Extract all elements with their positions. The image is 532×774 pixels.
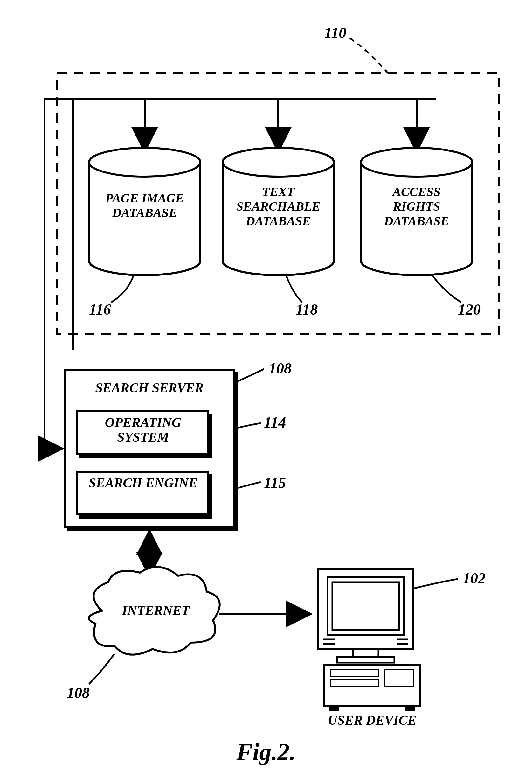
ref-110: 110 — [324, 24, 346, 41]
ref-120: 120 — [458, 300, 481, 318]
internet-label: INTERNET — [114, 603, 197, 618]
user-device-label: USER DEVICE — [318, 713, 426, 728]
db-page-image-label: PAGE IMAGE DATABASE — [95, 191, 194, 220]
search-server-title: SEARCH SERVER — [73, 380, 226, 396]
svg-rect-17 — [332, 582, 399, 630]
ref-108-cloud: 108 — [67, 684, 90, 701]
svg-rect-28 — [329, 706, 339, 711]
ref-102: 102 — [463, 570, 486, 587]
figure-caption: Fig.2. — [0, 738, 532, 766]
operating-system-label: OPERATING SYSTEM — [81, 415, 205, 445]
ref-116: 116 — [89, 300, 111, 318]
ref-108-server: 108 — [269, 359, 292, 377]
svg-point-10 — [223, 148, 334, 176]
svg-point-11 — [361, 148, 472, 176]
svg-point-9 — [223, 148, 334, 176]
svg-point-7 — [89, 148, 200, 176]
svg-point-8 — [89, 148, 200, 176]
db-access-rights-label: ACCESS RIGHTS DATABASE — [367, 184, 466, 228]
svg-rect-25 — [331, 670, 378, 677]
search-engine-label: SEARCH ENGINE — [81, 476, 205, 490]
svg-rect-24 — [324, 665, 420, 706]
ref-114: 114 — [264, 414, 286, 431]
svg-rect-26 — [331, 679, 378, 686]
svg-point-12 — [361, 148, 472, 176]
svg-rect-15 — [318, 570, 413, 649]
ref-118: 118 — [296, 300, 318, 318]
svg-rect-29 — [405, 706, 415, 711]
svg-rect-18 — [353, 649, 378, 657]
svg-rect-16 — [328, 577, 404, 635]
db-text-searchable-label: TEXT SEARCHABLE DATABASE — [229, 184, 328, 228]
diagram-stage: PAGE IMAGE DATABASE TEXT SEARCHABLE DATA… — [0, 0, 532, 774]
svg-rect-27 — [385, 670, 413, 686]
svg-rect-19 — [337, 657, 394, 663]
ref-115: 115 — [264, 474, 286, 492]
